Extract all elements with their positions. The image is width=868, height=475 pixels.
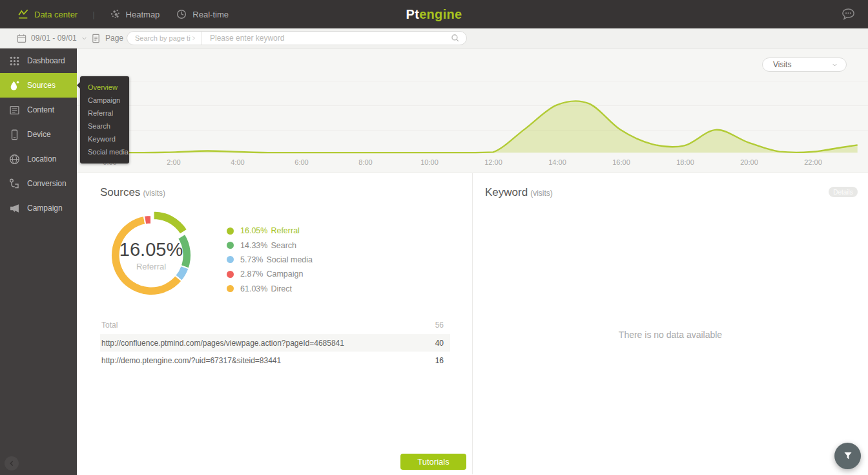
location-globe-icon — [8, 153, 21, 165]
flyout-item-social-media[interactable]: Social media — [80, 145, 129, 158]
sidebar-item-conversion[interactable]: Conversion — [0, 171, 77, 196]
legend-dot — [227, 271, 234, 278]
filter-funnel-icon — [842, 450, 854, 462]
legend-pct: 5.73% — [240, 255, 263, 264]
search-capsule — [127, 31, 467, 45]
panel-title-text: Sources — [100, 186, 140, 198]
filter-toolbar: 09/01 - 09/01 Page — [0, 28, 868, 48]
sources-table: Total 56 http://confluence.ptmind.com/pa… — [100, 316, 450, 369]
row-value: 16 — [435, 356, 444, 365]
sidebar-item-content[interactable]: Content — [0, 98, 77, 122]
sidebar-item-label: Device — [27, 130, 51, 139]
ptengine-logo: Ptengine — [406, 0, 462, 28]
x-tick-label: 2:00 — [167, 158, 180, 166]
topnav-real-time[interactable]: Real-time — [176, 8, 229, 20]
details-button[interactable]: Details — [829, 187, 858, 197]
legend-label: Search — [271, 241, 296, 250]
chevron-left-icon — [7, 459, 16, 468]
total-value: 56 — [435, 321, 444, 330]
flyout-item-referral[interactable]: Referral — [80, 107, 129, 120]
panel-title-sub: (visits) — [530, 189, 553, 198]
collapse-sidebar-button[interactable] — [5, 456, 19, 470]
sidebar: DashboardSourcesContentDeviceLocationCon… — [0, 48, 77, 475]
sidebar-item-label: Dashboard — [27, 56, 65, 65]
legend-label: Direct — [271, 284, 292, 293]
donut-slice-direct[interactable] — [111, 216, 182, 295]
logo-part-2: engine — [419, 7, 462, 22]
page-icon — [90, 33, 101, 44]
topnav-label: Heatmap — [126, 10, 160, 19]
table-row[interactable]: http://confluence.ptmind.com/pages/viewp… — [100, 334, 450, 352]
flyout-item-campaign[interactable]: Campaign — [80, 94, 129, 107]
donut-slice-campaign[interactable] — [144, 215, 151, 224]
legend-pct: 61.03% — [240, 284, 267, 293]
panel-title-sub: (visits) — [143, 189, 165, 198]
x-tick-label: 18:00 — [676, 158, 694, 166]
legend-label: Campaign — [266, 269, 303, 279]
sidebar-item-device[interactable]: Device — [0, 122, 77, 147]
page-title-search-input[interactable] — [135, 34, 191, 42]
table-total-row: Total 56 — [100, 316, 450, 334]
x-tick-label: 14:00 — [548, 158, 566, 166]
device-phone-icon — [8, 129, 21, 141]
sidebar-item-label: Sources — [27, 81, 56, 90]
flyout-item-overview[interactable]: Overview — [80, 81, 129, 94]
main-content: 0 0:002:004:006:008:0010:0012:0014:0016:… — [77, 48, 868, 475]
legend-pct: 16.05% — [240, 226, 267, 235]
sidebar-item-dashboard[interactable]: Dashboard — [0, 48, 77, 73]
x-tick-label: 10:00 — [420, 158, 439, 166]
chevron-right-icon — [191, 35, 197, 41]
x-tick-label: 16:00 — [612, 158, 630, 166]
donut-slice-search[interactable] — [178, 234, 191, 269]
legend-dot — [227, 285, 234, 292]
topnav-heatmap[interactable]: Heatmap — [109, 8, 160, 20]
table-row[interactable]: http://demo.ptengine.com/?uid=67317&site… — [100, 352, 450, 369]
logo-part-1: Pt — [406, 7, 420, 22]
tutorials-button[interactable]: Tutorials — [400, 454, 466, 470]
keyword-search — [202, 32, 466, 45]
donut-slice-referral[interactable] — [154, 211, 188, 234]
topnav-data-center[interactable]: Data center — [17, 8, 78, 20]
page-title-search[interactable] — [127, 32, 202, 45]
x-tick-label: 22:00 — [804, 158, 822, 166]
heatmap-dots-icon — [109, 8, 121, 20]
chevron-down-icon — [81, 35, 88, 42]
legend-label: Social media — [266, 255, 313, 264]
sidebar-item-location[interactable]: Location — [0, 147, 77, 171]
legend-pct: 14.33% — [240, 241, 267, 250]
date-range-picker[interactable]: 09/01 - 09/01 — [16, 28, 88, 48]
conversion-flow-icon — [8, 178, 21, 190]
topnav-label: Data center — [34, 10, 78, 19]
flyout-item-search[interactable]: Search — [80, 120, 129, 132]
metric-selector-dropdown[interactable]: Visits — [762, 58, 847, 72]
donut-svg — [104, 208, 198, 302]
empty-state-text: There is no data available — [473, 330, 868, 340]
sources-drop-icon — [8, 79, 21, 92]
legend-item-referral[interactable]: 16.05%Referral — [227, 224, 313, 238]
sidebar-item-campaign[interactable]: Campaign — [0, 196, 77, 220]
legend-dot — [227, 256, 234, 263]
calendar-icon — [16, 33, 27, 44]
sidebar-item-sources[interactable]: Sources — [0, 73, 77, 98]
dashboard-grid-icon — [8, 55, 21, 67]
sources-panel: Sources(visits) 16.05% Referral 16.05%Re… — [77, 173, 472, 474]
clock-icon — [176, 8, 187, 20]
legend-item-direct[interactable]: 61.03%Direct — [227, 282, 313, 296]
filter-fab-button[interactable] — [834, 443, 861, 469]
chat-bubble-icon[interactable] — [841, 6, 856, 21]
legend-item-search[interactable]: 14.33%Search — [227, 238, 313, 252]
total-label: Total — [101, 321, 118, 330]
x-tick-label: 20:00 — [740, 158, 758, 166]
flyout-item-keyword[interactable]: Keyword — [80, 132, 129, 145]
sidebar-item-label: Conversion — [27, 179, 67, 188]
legend-dot — [227, 227, 234, 235]
panel-title-text: Keyword — [485, 186, 528, 198]
legend-item-campaign[interactable]: 2.87%Campaign — [227, 267, 313, 281]
row-value: 40 — [435, 339, 444, 348]
sidebar-items: DashboardSourcesContentDeviceLocationCon… — [0, 48, 77, 220]
sources-panel-title: Sources(visits) — [100, 186, 165, 199]
legend-item-social-media[interactable]: 5.73%Social media — [227, 253, 313, 267]
search-icon[interactable] — [450, 33, 460, 43]
sidebar-item-label: Location — [27, 154, 56, 164]
keyword-search-input[interactable] — [210, 34, 450, 43]
